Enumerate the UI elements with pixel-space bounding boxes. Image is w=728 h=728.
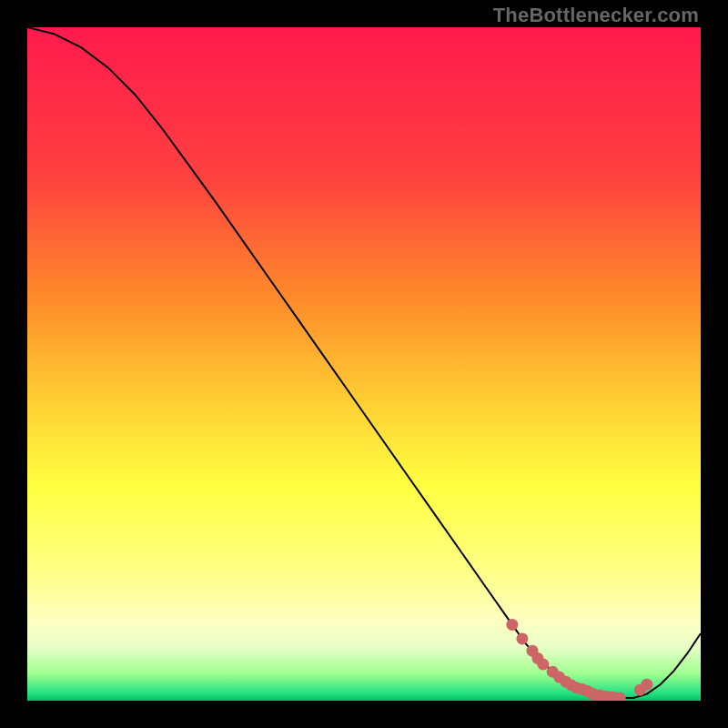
data-marker bbox=[641, 679, 652, 691]
data-marker bbox=[537, 659, 549, 671]
data-marker bbox=[506, 619, 518, 631]
chart-frame: TheBottlenecker.com bbox=[0, 0, 728, 728]
gradient-background bbox=[27, 27, 701, 701]
data-marker bbox=[516, 632, 528, 644]
bottleneck-plot bbox=[27, 27, 701, 701]
watermark-text: TheBottlenecker.com bbox=[493, 4, 699, 27]
